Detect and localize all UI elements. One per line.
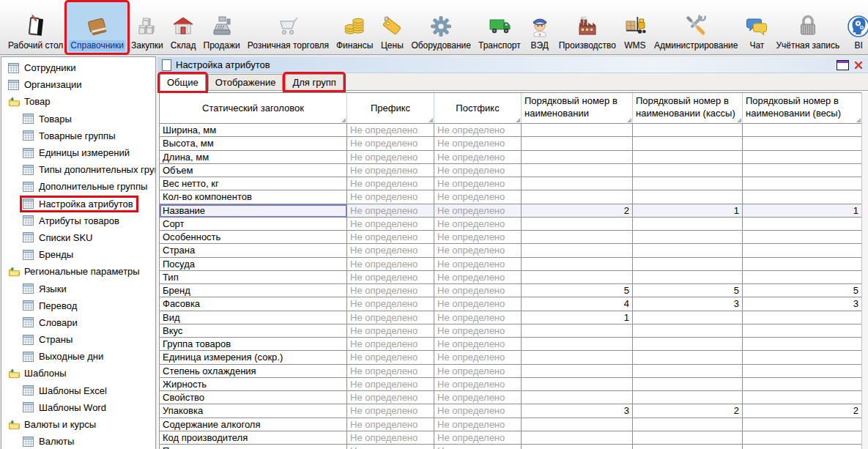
- toolbar-item-desktop[interactable]: Рабочий стол: [4, 2, 67, 53]
- sidebar-item-brands[interactable]: Бренды: [1, 246, 155, 263]
- sidebar-item-currencies[interactable]: Валюты: [1, 433, 155, 449]
- table-row[interactable]: Ширина, ммНе определеноНе определено: [160, 124, 862, 137]
- order-number-kassa-cell[interactable]: [633, 258, 743, 271]
- postfix-cell[interactable]: Не определено: [434, 271, 522, 284]
- sidebar-item-measurement-units[interactable]: Единицы измерений: [1, 144, 155, 161]
- prefix-cell[interactable]: Не определено: [347, 391, 434, 404]
- toolbar-item-directories[interactable]: Справочники: [67, 2, 127, 53]
- attribute-name-cell[interactable]: Группа товаров: [160, 338, 347, 351]
- vertical-scrollbar[interactable]: [861, 92, 868, 449]
- toolbar-item-bi[interactable]: BI: [843, 2, 868, 53]
- order-number-vesy-cell[interactable]: [743, 365, 862, 378]
- postfix-cell[interactable]: Не определено: [434, 297, 522, 311]
- prefix-cell[interactable]: Не определено: [347, 445, 434, 449]
- order-number-cell[interactable]: [522, 258, 633, 271]
- close-icon[interactable]: [853, 60, 864, 70]
- table-row[interactable]: Единица измерения (сокр.)Не определеноНе…: [160, 351, 862, 364]
- order-number-cell[interactable]: [522, 338, 633, 351]
- postfix-cell[interactable]: Не определено: [434, 404, 522, 418]
- sidebar-item-additional-groups[interactable]: Дополнительные группы: [1, 178, 155, 195]
- prefix-cell[interactable]: Не определено: [347, 284, 434, 297]
- toolbar-item-administration[interactable]: Администрирование: [650, 2, 741, 53]
- order-number-vesy-cell[interactable]: [743, 311, 862, 324]
- sidebar-item-days-off[interactable]: Выходные дни: [1, 348, 155, 365]
- order-number-vesy-cell[interactable]: 1: [743, 204, 862, 218]
- sidebar-item-regional-parameters[interactable]: Региональные параметры: [1, 263, 155, 280]
- attribute-name-cell[interactable]: Объем: [160, 164, 347, 177]
- toolbar-item-chat[interactable]: Чат: [741, 2, 772, 53]
- table-row[interactable]: УпаковкаНе определеноНе определено322: [160, 404, 862, 418]
- order-number-kassa-cell[interactable]: 1: [633, 204, 743, 218]
- table-row[interactable]: Степень охлажденияНе определеноНе опреде…: [160, 365, 862, 378]
- sidebar-item-employees[interactable]: Сотрудники: [1, 59, 155, 76]
- toolbar-item-wms[interactable]: WMS: [620, 2, 650, 53]
- attribute-name-cell[interactable]: Тип: [160, 271, 347, 284]
- order-number-vesy-cell[interactable]: [743, 137, 862, 150]
- table-row[interactable]: ОсобенностьНе определеноНе определено: [160, 231, 862, 244]
- order-number-kassa-cell[interactable]: [633, 244, 743, 257]
- postfix-cell[interactable]: Не определено: [434, 177, 522, 190]
- prefix-cell[interactable]: Не определено: [347, 124, 434, 137]
- maximize-icon[interactable]: [837, 60, 849, 70]
- order-number-cell[interactable]: [522, 324, 633, 338]
- toolbar-item-equipment[interactable]: Оборудование: [407, 2, 475, 53]
- toolbar-item-sales[interactable]: Продажи: [200, 2, 244, 53]
- toolbar-item-finance[interactable]: Финансы: [333, 2, 376, 53]
- toolbar-item-account[interactable]: Учётная запись: [772, 2, 843, 53]
- order-number-kassa-cell[interactable]: 3: [633, 297, 743, 311]
- order-number-kassa-cell[interactable]: [633, 124, 743, 137]
- order-number-kassa-cell[interactable]: [633, 378, 743, 391]
- prefix-cell[interactable]: Не определено: [347, 137, 434, 150]
- prefix-cell[interactable]: Не определено: [347, 258, 434, 271]
- order-number-cell[interactable]: [522, 124, 633, 137]
- attribute-name-cell[interactable]: Производитель: [160, 445, 347, 449]
- toolbar-item-purchases[interactable]: Закупки: [127, 2, 167, 53]
- order-number-vesy-cell[interactable]: [743, 391, 862, 404]
- order-number-vesy-cell[interactable]: [743, 177, 862, 190]
- table-row[interactable]: Высота, ммНе определеноНе определено: [160, 137, 862, 150]
- postfix-cell[interactable]: Не определено: [434, 418, 522, 431]
- attribute-name-cell[interactable]: Фасовка: [160, 297, 347, 311]
- order-number-vesy-cell[interactable]: [743, 164, 862, 177]
- sidebar-item-countries[interactable]: Страны: [1, 331, 155, 348]
- prefix-cell[interactable]: Не определено: [347, 244, 434, 257]
- tab-for-groups[interactable]: Для групп: [285, 74, 343, 90]
- order-number-cell[interactable]: 2: [522, 204, 633, 218]
- order-number-kassa-cell[interactable]: [633, 311, 743, 324]
- attribute-name-cell[interactable]: Ширина, мм: [160, 124, 347, 137]
- order-number-cell[interactable]: [522, 164, 633, 177]
- postfix-cell[interactable]: Не определено: [434, 244, 522, 257]
- order-number-cell[interactable]: 4: [522, 297, 633, 311]
- order-number-cell[interactable]: [522, 445, 633, 449]
- table-row[interactable]: ЖирностьНе определеноНе определено: [160, 378, 862, 391]
- attribute-name-cell[interactable]: Бренд: [160, 284, 347, 297]
- postfix-cell[interactable]: Не определено: [434, 258, 522, 271]
- prefix-cell[interactable]: Не определено: [347, 351, 434, 364]
- order-number-kassa-cell[interactable]: [633, 151, 743, 164]
- sidebar-item-product-attributes[interactable]: Атрибуты товаров: [1, 212, 155, 229]
- sidebar-item-translation[interactable]: Перевод: [1, 297, 155, 314]
- postfix-cell[interactable]: Не определено: [434, 164, 522, 177]
- order-number-vesy-cell[interactable]: [743, 231, 862, 244]
- table-row[interactable]: Код производителяНе определеноНе определ…: [160, 431, 862, 445]
- order-number-cell[interactable]: [522, 418, 633, 431]
- table-row[interactable]: ВидНе определеноНе определено1: [160, 311, 862, 324]
- order-number-vesy-cell[interactable]: [743, 431, 862, 445]
- sidebar-item-word-templates[interactable]: Шаблоны Word: [1, 399, 155, 416]
- order-number-vesy-cell[interactable]: [743, 258, 862, 271]
- prefix-cell[interactable]: Не определено: [347, 297, 434, 311]
- order-number-cell[interactable]: [522, 244, 633, 257]
- sidebar-item-additional-group-types[interactable]: Типы дополнительных груп: [1, 161, 155, 178]
- order-number-vesy-cell[interactable]: [743, 244, 862, 257]
- table-row[interactable]: Длина, ммНе определеноНе определено: [160, 151, 862, 164]
- attribute-name-cell[interactable]: Вес нетто, кг: [160, 177, 347, 190]
- attribute-name-cell[interactable]: Вкус: [160, 324, 347, 338]
- order-number-kassa-cell[interactable]: [633, 190, 743, 204]
- prefix-cell[interactable]: Не определено: [347, 177, 434, 190]
- postfix-cell[interactable]: Не определено: [434, 151, 522, 164]
- order-number-kassa-cell[interactable]: [633, 431, 743, 445]
- prefix-cell[interactable]: Не определено: [347, 311, 434, 324]
- order-number-kassa-cell[interactable]: [633, 271, 743, 284]
- table-row[interactable]: ОбъемНе определеноНе определено: [160, 164, 862, 177]
- order-number-vesy-cell[interactable]: 2: [743, 404, 862, 418]
